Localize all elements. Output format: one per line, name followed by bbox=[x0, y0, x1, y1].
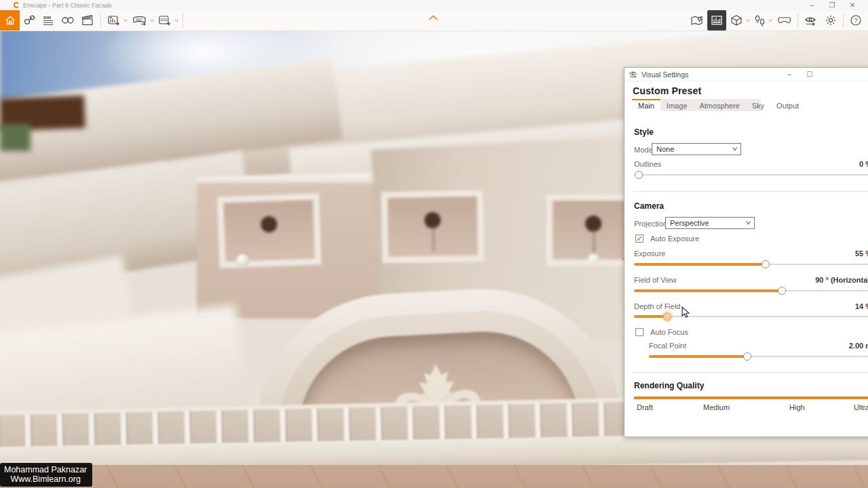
export-image-dropdown-chevron[interactable]: ˅ bbox=[123, 18, 128, 24]
gear-icon bbox=[825, 14, 837, 26]
panel-maximize-button[interactable]: ☐ bbox=[800, 70, 820, 78]
exposure-label: Exposure bbox=[634, 249, 665, 258]
bim-mode-button[interactable]: BIM bbox=[39, 10, 58, 30]
outlines-slider[interactable] bbox=[634, 171, 868, 179]
dof-value: 14 % bbox=[855, 302, 868, 310]
export-exe-button[interactable]: EXE bbox=[155, 10, 175, 30]
location-pin-icon bbox=[23, 15, 35, 26]
quality-slider[interactable] bbox=[634, 396, 868, 399]
lamp-stem bbox=[433, 227, 435, 251]
panel-minimize-button[interactable]: – bbox=[779, 70, 800, 78]
auto-focus-label: Auto Focus bbox=[650, 328, 688, 336]
window-minimize-button[interactable]: – bbox=[802, 1, 822, 9]
settings-button[interactable] bbox=[821, 10, 840, 30]
watermark-name: Mohammad Paknazar bbox=[4, 465, 87, 474]
visual-settings-panel-icon bbox=[629, 70, 638, 78]
auto-exposure-checkbox[interactable]: ✓ bbox=[635, 235, 644, 243]
quality-level-high[interactable]: High bbox=[789, 403, 805, 411]
footsteps-icon bbox=[754, 15, 766, 26]
focal-point-value: 2.00 m bbox=[849, 342, 868, 350]
export-360-button[interactable]: 360° bbox=[129, 10, 151, 30]
projection-label: Projection bbox=[634, 220, 667, 228]
quality-level-medium[interactable]: Medium bbox=[703, 403, 730, 411]
outlines-slider-knob[interactable] bbox=[635, 171, 643, 179]
collapse-toolbar-button[interactable] bbox=[427, 12, 439, 24]
preset-name: Custom Preset bbox=[633, 85, 701, 96]
tab-output[interactable]: Output bbox=[770, 99, 805, 111]
export-exe-dropdown-chevron[interactable]: ˅ bbox=[174, 18, 179, 24]
focal-point-slider-knob[interactable] bbox=[743, 352, 751, 361]
fov-label: Field of View bbox=[634, 276, 677, 284]
dof-slider[interactable] bbox=[634, 312, 868, 321]
mini-map-button[interactable] bbox=[687, 10, 707, 30]
medallion bbox=[585, 216, 601, 232]
visual-settings-button[interactable] bbox=[707, 10, 726, 30]
walk-mode-button[interactable] bbox=[751, 10, 769, 30]
tab-sky[interactable]: Sky bbox=[746, 99, 770, 111]
visual-settings-panel: Visual Settings – ☐ Custom Preset Main I… bbox=[624, 67, 868, 437]
chevron-down-icon: ˅ bbox=[732, 146, 737, 152]
mode-label: Mode bbox=[634, 146, 653, 154]
quality-level-draft[interactable]: Draft bbox=[637, 403, 653, 411]
mouse-cursor bbox=[681, 306, 690, 319]
exe-export-icon: EXE bbox=[158, 15, 172, 26]
export-360-dropdown-chevron[interactable]: ˅ bbox=[150, 18, 155, 24]
section-divider bbox=[633, 372, 868, 373]
tab-atmosphere[interactable]: Atmosphere bbox=[693, 99, 745, 111]
view-management-button[interactable] bbox=[801, 10, 821, 30]
binoculars-icon bbox=[61, 15, 75, 26]
mode-select[interactable]: None ˅ bbox=[652, 143, 741, 155]
exposure-slider-knob[interactable] bbox=[762, 260, 770, 268]
tab-image[interactable]: Image bbox=[660, 99, 694, 111]
recessed-panel bbox=[217, 193, 321, 268]
panel-collapse-button[interactable]: › bbox=[622, 254, 625, 262]
video-editor-button[interactable] bbox=[78, 10, 98, 30]
export-image-button[interactable] bbox=[104, 10, 124, 30]
tab-main[interactable]: Main bbox=[632, 99, 660, 111]
help-button[interactable]: ? bbox=[846, 10, 865, 30]
outlines-value: 0 % bbox=[859, 160, 868, 168]
svg-text:EXE: EXE bbox=[161, 18, 167, 21]
toolbar-separator bbox=[100, 13, 101, 28]
vr-headset-icon bbox=[777, 15, 791, 26]
lamp-globe bbox=[236, 254, 250, 268]
chevron-down-icon: ˅ bbox=[745, 220, 751, 226]
svg-text:360°: 360° bbox=[136, 18, 142, 22]
site-context-button[interactable] bbox=[20, 10, 39, 30]
outlines-label: Outlines bbox=[634, 160, 661, 168]
panel-title: Visual Settings bbox=[642, 70, 688, 79]
svg-text:?: ? bbox=[854, 17, 858, 24]
medallion bbox=[425, 212, 441, 228]
quality-level-ultra[interactable]: Ultra bbox=[854, 403, 868, 411]
focal-point-label: Focal Point bbox=[649, 342, 686, 350]
dof-slider-knob[interactable] bbox=[663, 312, 671, 321]
vr-headset-button[interactable] bbox=[774, 10, 795, 30]
watermark-site: Www.Bimlearn.org bbox=[4, 474, 87, 484]
find-view-button[interactable] bbox=[58, 10, 78, 30]
chevron-up-icon bbox=[427, 14, 439, 21]
dof-label: Depth of Field bbox=[634, 302, 680, 310]
home-icon bbox=[5, 15, 16, 26]
view-projection-button[interactable] bbox=[726, 10, 747, 30]
walk-mode-dropdown-chevron[interactable]: ˅ bbox=[768, 18, 773, 24]
home-button[interactable] bbox=[0, 10, 20, 30]
auto-focus-checkbox[interactable] bbox=[635, 328, 644, 336]
enscape-logo-icon bbox=[14, 2, 20, 8]
enscape-window: Mohammad Paknazar Www.Bimlearn.org Ensca… bbox=[0, 0, 868, 488]
watermark: Mohammad Paknazar Www.Bimlearn.org bbox=[0, 463, 92, 487]
recessed-panel bbox=[381, 190, 484, 264]
window-title: Enscape - Part 9 Classic Facade bbox=[23, 2, 112, 9]
fov-slider-knob[interactable] bbox=[778, 287, 786, 295]
view-projection-dropdown-chevron[interactable]: ˅ bbox=[746, 18, 751, 24]
map-icon bbox=[690, 15, 704, 26]
projection-select[interactable]: Perspective ˅ bbox=[665, 217, 755, 229]
visual-settings-titlebar[interactable]: Visual Settings – ☐ bbox=[625, 68, 868, 81]
window-maximize-button[interactable]: ❐ bbox=[822, 1, 842, 9]
svg-text:BIM: BIM bbox=[43, 16, 51, 20]
exposure-slider[interactable] bbox=[634, 260, 868, 268]
panorama-360-icon: 360° bbox=[132, 15, 147, 26]
focal-point-slider[interactable] bbox=[649, 352, 868, 361]
window-close-button[interactable]: ✕ bbox=[842, 1, 863, 9]
toolbar-separator bbox=[843, 13, 844, 28]
fov-slider[interactable] bbox=[634, 287, 868, 295]
